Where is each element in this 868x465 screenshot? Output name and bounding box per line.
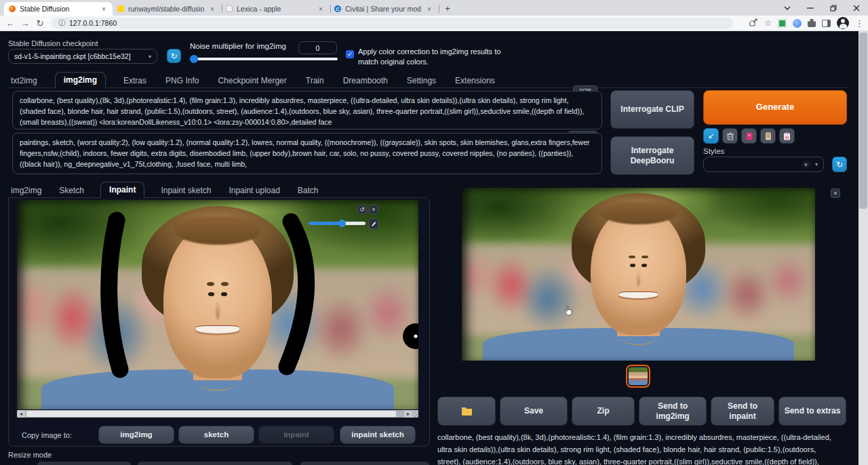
- zip-button[interactable]: Zip: [572, 397, 635, 426]
- extension-green-icon[interactable]: [778, 19, 787, 28]
- brush-size-slider[interactable]: [309, 222, 366, 225]
- tab-inpaint-upload[interactable]: Inpaint upload: [227, 183, 281, 198]
- tab-batch[interactable]: Batch: [296, 183, 320, 198]
- apply-style-button[interactable]: [779, 128, 795, 144]
- brush-slider-thumb[interactable]: [338, 220, 346, 227]
- gallery-close-button[interactable]: ×: [831, 188, 840, 198]
- tab-img2img-sub[interactable]: img2img: [9, 183, 43, 198]
- bookmark-star-icon[interactable]: ☆: [764, 18, 772, 28]
- tab-close-icon[interactable]: ×: [208, 5, 216, 13]
- copy-to-inpaint-sketch-button[interactable]: inpaint sketch: [340, 426, 416, 444]
- checkpoint-refresh-button[interactable]: ↻: [167, 49, 181, 63]
- browser-tab-civitai[interactable]: C Civitai | Share your models ×: [330, 2, 438, 16]
- send-to-img2img-button[interactable]: Send to img2img: [639, 397, 707, 426]
- tab-img2img[interactable]: img2img: [55, 72, 106, 88]
- result-image[interactable]: [462, 188, 815, 361]
- generation-info-text: collarbone, (best quality),(8k, 3d),(pho…: [437, 432, 836, 465]
- tab-sketch[interactable]: Sketch: [58, 183, 85, 198]
- tab-checkpoint-merger[interactable]: Checkpoint Merger: [216, 73, 288, 88]
- resize-mode-option[interactable]: [37, 462, 131, 465]
- noise-multiplier-slider[interactable]: [190, 58, 338, 60]
- back-icon[interactable]: ←: [3, 18, 18, 28]
- page-scrollbar-thumb[interactable]: [859, 33, 867, 209]
- browser-tab-title: Civitai | Share your models: [345, 5, 421, 13]
- noise-slider-thumb[interactable]: [190, 55, 198, 63]
- negative-prompt-input[interactable]: paintings, sketch, (worst quality:2), (l…: [13, 134, 601, 174]
- canvas-clear-button[interactable]: ×: [369, 205, 378, 214]
- tab-train[interactable]: Train: [304, 73, 326, 88]
- forward-icon[interactable]: →: [18, 18, 33, 28]
- tab-inpaint[interactable]: Inpaint: [100, 182, 144, 198]
- resize-mode-option[interactable]: [300, 462, 429, 465]
- tab-settings[interactable]: Settings: [406, 73, 437, 88]
- interrogate-deepbooru-button[interactable]: Interrogate DeepBooru: [610, 136, 694, 175]
- save-button[interactable]: Save: [500, 397, 568, 426]
- checkpoint-dropdown[interactable]: sd-v1-5-inpainting.ckpt [c6bbc15e32] ▾: [8, 49, 157, 64]
- scroll-right-icon[interactable]: ▸: [404, 410, 412, 418]
- extensions-puzzle-icon[interactable]: [808, 19, 816, 27]
- tab-extensions[interactable]: Extensions: [454, 73, 496, 88]
- send-to-inpaint-button[interactable]: Send to inpaint: [711, 397, 774, 426]
- send-to-extras-button[interactable]: Send to extras: [778, 397, 846, 426]
- prompt-input[interactable]: collarbone, (best quality),(8k, 3d),(pho…: [13, 92, 601, 129]
- extension-blue-icon[interactable]: [793, 19, 802, 28]
- clear-prompt-button[interactable]: [722, 128, 738, 144]
- profile-avatar[interactable]: [837, 17, 849, 29]
- chevron-down-icon: ▾: [149, 54, 151, 60]
- site-info-icon[interactable]: ⓘ: [58, 18, 65, 28]
- page-scrollbar[interactable]: [859, 31, 868, 465]
- reload-icon[interactable]: ↻: [33, 18, 47, 28]
- window-menu-chevron-icon[interactable]: [776, 0, 799, 16]
- generate-button[interactable]: Generate: [703, 90, 847, 125]
- paste-params-button[interactable]: ↙: [703, 128, 719, 144]
- resize-grip-icon[interactable]: [412, 410, 418, 418]
- address-bar[interactable]: ⓘ 127.0.0.1:7860: [52, 18, 733, 29]
- extra-networks-button[interactable]: [741, 128, 757, 144]
- inpaint-canvas-image[interactable]: [17, 200, 418, 409]
- scroll-left-icon[interactable]: ◂: [17, 410, 25, 418]
- browser-menu-icon[interactable]: ⋮: [855, 18, 864, 28]
- canvas-h-scrollbar-thumb[interactable]: [26, 411, 396, 417]
- tab-extras[interactable]: Extras: [122, 73, 148, 88]
- tab-close-icon[interactable]: ×: [317, 5, 325, 13]
- new-tab-button[interactable]: +: [442, 3, 453, 14]
- tab-close-icon[interactable]: ×: [100, 5, 108, 13]
- noise-multiplier-value[interactable]: 0: [298, 41, 337, 54]
- side-panel-icon[interactable]: [822, 20, 831, 27]
- browser-tab-title: runwayml/stable-diffusion-inpa: [128, 5, 204, 13]
- gallery-thumbnail-selected[interactable]: [626, 365, 650, 388]
- resize-mode-label: Resize mode: [8, 451, 52, 459]
- tab-close-icon[interactable]: ×: [425, 5, 433, 13]
- copy-to-inpaint-button[interactable]: inpaint: [258, 426, 334, 444]
- brush-tool-button[interactable]: [369, 218, 378, 229]
- share-icon[interactable]: [749, 18, 758, 28]
- tab-txt2img[interactable]: txt2img: [9, 73, 39, 88]
- copy-to-sketch-button[interactable]: sketch: [178, 426, 254, 444]
- open-folder-button[interactable]: [437, 397, 496, 426]
- browser-tab-strip: Stable Diffusion × runwayml/stable-diffu…: [0, 0, 868, 16]
- notebook-icon: [765, 132, 772, 140]
- browser-tab-stable-diffusion[interactable]: Stable Diffusion ×: [4, 2, 113, 16]
- window-minimize-icon[interactable]: [799, 0, 822, 16]
- color-correction-checkbox[interactable]: ✓: [346, 50, 354, 58]
- browser-tab-runwayml[interactable]: runwayml/stable-diffusion-inpa ×: [113, 2, 221, 16]
- styles-dropdown[interactable]: × ▾: [703, 157, 824, 172]
- url-text: 127.0.0.1:7860: [69, 19, 117, 27]
- browser-tab-lexica[interactable]: Lexica - apple ×: [221, 2, 330, 16]
- styles-clear-icon[interactable]: ×: [802, 160, 810, 169]
- canvas-undo-button[interactable]: ↺: [357, 205, 367, 214]
- window-restore-icon[interactable]: [822, 0, 845, 16]
- copy-to-img2img-button[interactable]: img2img: [98, 426, 174, 444]
- tab-dreambooth[interactable]: Dreambooth: [342, 73, 389, 88]
- tab-inpaint-sketch[interactable]: Inpaint sketch: [159, 183, 212, 198]
- inpaint-mask-strokes: [17, 200, 418, 409]
- folder-icon: [461, 407, 473, 416]
- resize-mode-option[interactable]: [138, 462, 292, 465]
- interrogate-clip-button[interactable]: Interrogate CLIP: [610, 90, 694, 129]
- styles-refresh-button[interactable]: ↻: [832, 157, 847, 172]
- save-style-button[interactable]: [760, 128, 776, 144]
- window-close-icon[interactable]: [845, 0, 868, 16]
- canvas-h-scrollbar[interactable]: ◂ ▸: [17, 410, 418, 418]
- tab-png-info[interactable]: PNG Info: [164, 73, 200, 88]
- civitai-favicon-icon: C: [334, 5, 341, 12]
